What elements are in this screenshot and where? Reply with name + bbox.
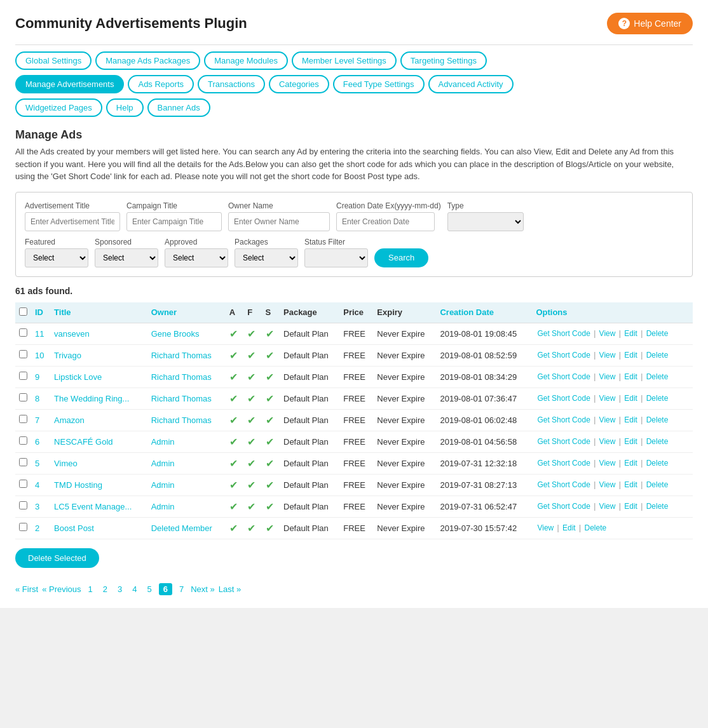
row-checkbox[interactable] bbox=[19, 415, 27, 423]
edit-link[interactable]: Edit bbox=[624, 351, 637, 360]
owner-link[interactable]: Admin bbox=[151, 459, 175, 468]
view-link[interactable]: View bbox=[599, 502, 616, 511]
edit-link[interactable]: Edit bbox=[624, 329, 637, 338]
get-short-code-link[interactable]: Get Short Code bbox=[537, 372, 590, 381]
delete-link[interactable]: Delete bbox=[646, 329, 669, 338]
owner-link[interactable]: Richard Thomas bbox=[151, 372, 212, 382]
nav-tab-categories[interactable]: Categories bbox=[269, 75, 329, 93]
edit-link[interactable]: Edit bbox=[562, 523, 576, 532]
pagination-page-7[interactable]: 7 bbox=[176, 583, 187, 595]
row-checkbox[interactable] bbox=[19, 501, 27, 509]
owner-link[interactable]: Deleted Member bbox=[151, 523, 212, 533]
nav-tab-advanced-activity[interactable]: Advanced Activity bbox=[428, 75, 514, 93]
row-checkbox[interactable] bbox=[19, 480, 27, 488]
row-checkbox[interactable] bbox=[19, 523, 27, 531]
delete-link[interactable]: Delete bbox=[646, 415, 669, 424]
ad-id-link[interactable]: 10 bbox=[35, 351, 44, 360]
ad-id-link[interactable]: 6 bbox=[35, 437, 39, 447]
row-checkbox[interactable] bbox=[19, 458, 27, 466]
nav-tab-ads-reports[interactable]: Ads Reports bbox=[128, 75, 194, 93]
pagination-page-2[interactable]: 2 bbox=[100, 583, 111, 595]
nav-tab-member-level-settings[interactable]: Member Level Settings bbox=[292, 51, 397, 70]
view-link[interactable]: View bbox=[599, 459, 616, 468]
pagination-previous[interactable]: « Previous bbox=[42, 584, 81, 594]
ad-title-link[interactable]: NESCAFÉ Gold bbox=[54, 437, 112, 447]
delete-link[interactable]: Delete bbox=[646, 372, 669, 381]
owner-link[interactable]: Gene Brooks bbox=[151, 329, 200, 339]
delete-link[interactable]: Delete bbox=[646, 502, 669, 511]
owner-link[interactable]: Richard Thomas bbox=[151, 351, 212, 360]
ad-title-input[interactable] bbox=[25, 212, 120, 231]
get-short-code-link[interactable]: Get Short Code bbox=[537, 437, 590, 446]
nav-tab-banner-ads[interactable]: Banner Ads bbox=[147, 98, 210, 117]
ad-id-link[interactable]: 2 bbox=[35, 523, 39, 533]
owner-name-input[interactable] bbox=[228, 212, 330, 231]
ad-title-link[interactable]: vanseven bbox=[54, 329, 90, 339]
owner-link[interactable]: Richard Thomas bbox=[151, 394, 212, 403]
ad-title-link[interactable]: Vimeo bbox=[54, 459, 78, 468]
delete-link[interactable]: Delete bbox=[646, 459, 669, 468]
owner-link[interactable]: Richard Thomas bbox=[151, 415, 212, 425]
ad-id-link[interactable]: 8 bbox=[35, 394, 39, 403]
row-checkbox[interactable] bbox=[19, 393, 27, 401]
view-link[interactable]: View bbox=[537, 523, 554, 532]
view-link[interactable]: View bbox=[599, 329, 616, 338]
pagination-page-3[interactable]: 3 bbox=[114, 583, 125, 595]
select-all-checkbox[interactable] bbox=[19, 307, 27, 316]
pagination-last[interactable]: Last » bbox=[219, 584, 241, 594]
nav-tab-manage-ads-packages[interactable]: Manage Ads Packages bbox=[95, 51, 200, 70]
nav-tab-global-settings[interactable]: Global Settings bbox=[15, 51, 92, 70]
status-filter-select[interactable] bbox=[304, 248, 368, 267]
ad-title-link[interactable]: The Wedding Ring... bbox=[54, 394, 129, 403]
ad-id-link[interactable]: 5 bbox=[35, 459, 39, 468]
ad-title-link[interactable]: TMD Hosting bbox=[54, 480, 102, 490]
nav-tab-manage-modules[interactable]: Manage Modules bbox=[204, 51, 288, 70]
ad-title-link[interactable]: LC5 Event Manage... bbox=[54, 502, 132, 511]
delete-link[interactable]: Delete bbox=[646, 437, 669, 446]
sponsored-select[interactable]: Select bbox=[95, 248, 158, 267]
row-checkbox[interactable] bbox=[19, 372, 27, 380]
delete-selected-button[interactable]: Delete Selected bbox=[15, 548, 99, 568]
ad-id-link[interactable]: 3 bbox=[35, 502, 39, 511]
ad-title-link[interactable]: Amazon bbox=[54, 415, 85, 425]
delete-link[interactable]: Delete bbox=[646, 480, 669, 489]
owner-link[interactable]: Admin bbox=[151, 502, 175, 511]
get-short-code-link[interactable]: Get Short Code bbox=[537, 415, 590, 424]
edit-link[interactable]: Edit bbox=[624, 480, 637, 489]
owner-link[interactable]: Admin bbox=[151, 437, 175, 447]
get-short-code-link[interactable]: Get Short Code bbox=[537, 394, 590, 403]
row-checkbox[interactable] bbox=[19, 436, 27, 445]
view-link[interactable]: View bbox=[599, 394, 616, 403]
get-short-code-link[interactable]: Get Short Code bbox=[537, 329, 590, 338]
row-checkbox[interactable] bbox=[19, 350, 27, 358]
nav-tab-manage-advertisements[interactable]: Manage Advertisements bbox=[15, 75, 124, 93]
edit-link[interactable]: Edit bbox=[624, 459, 637, 468]
ad-id-link[interactable]: 11 bbox=[35, 329, 44, 339]
pagination-page-4[interactable]: 4 bbox=[129, 583, 140, 595]
packages-select[interactable]: Select bbox=[235, 248, 298, 267]
type-select[interactable] bbox=[447, 212, 524, 231]
pagination-first[interactable]: « First bbox=[15, 584, 38, 594]
row-checkbox[interactable] bbox=[19, 328, 27, 337]
view-link[interactable]: View bbox=[599, 480, 616, 489]
nav-tab-help[interactable]: Help bbox=[106, 98, 144, 117]
owner-link[interactable]: Admin bbox=[151, 480, 175, 490]
pagination-page-5[interactable]: 5 bbox=[144, 583, 154, 595]
view-link[interactable]: View bbox=[599, 437, 616, 446]
get-short-code-link[interactable]: Get Short Code bbox=[537, 480, 590, 489]
ad-id-link[interactable]: 4 bbox=[35, 480, 39, 490]
view-link[interactable]: View bbox=[599, 351, 616, 360]
delete-link[interactable]: Delete bbox=[646, 394, 669, 403]
search-button[interactable]: Search bbox=[374, 248, 428, 267]
pagination-page-1[interactable]: 1 bbox=[85, 583, 96, 595]
ad-title-link[interactable]: Lipstick Love bbox=[54, 372, 102, 382]
approved-select[interactable]: Select bbox=[165, 248, 228, 267]
campaign-title-input[interactable] bbox=[126, 212, 222, 231]
ad-id-link[interactable]: 7 bbox=[35, 415, 39, 425]
view-link[interactable]: View bbox=[599, 372, 616, 381]
edit-link[interactable]: Edit bbox=[624, 415, 637, 424]
ad-id-link[interactable]: 9 bbox=[35, 372, 39, 382]
creation-date-input[interactable] bbox=[336, 212, 435, 231]
ad-title-link[interactable]: Boost Post bbox=[54, 523, 94, 533]
featured-select[interactable]: Select bbox=[25, 248, 88, 267]
